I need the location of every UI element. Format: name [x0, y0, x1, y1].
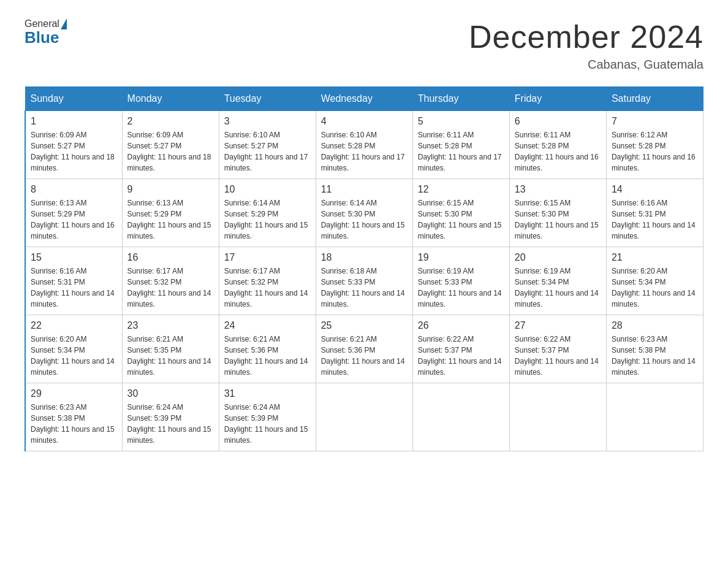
- day-info: Sunrise: 6:11 AMSunset: 5:28 PMDaylight:…: [418, 129, 504, 174]
- day-number: 18: [321, 252, 408, 263]
- calendar-cell: 21 Sunrise: 6:20 AMSunset: 5:34 PMDaylig…: [606, 247, 703, 315]
- calendar-cell: 13 Sunrise: 6:15 AMSunset: 5:30 PMDaylig…: [509, 179, 606, 247]
- day-number: 2: [127, 116, 214, 127]
- day-number: 23: [127, 320, 214, 331]
- calendar-cell: 20 Sunrise: 6:19 AMSunset: 5:34 PMDaylig…: [509, 247, 606, 315]
- calendar-cell: 22 Sunrise: 6:20 AMSunset: 5:34 PMDaylig…: [25, 315, 122, 383]
- calendar-cell: 15 Sunrise: 6:16 AMSunset: 5:31 PMDaylig…: [25, 247, 122, 315]
- calendar-cell: 19 Sunrise: 6:19 AMSunset: 5:33 PMDaylig…: [412, 247, 509, 315]
- day-number: 1: [31, 116, 117, 127]
- day-number: 28: [612, 320, 698, 331]
- day-number: 16: [127, 252, 214, 263]
- calendar-cell: 18 Sunrise: 6:18 AMSunset: 5:33 PMDaylig…: [316, 247, 412, 315]
- day-info: Sunrise: 6:14 AMSunset: 5:29 PMDaylight:…: [224, 197, 311, 242]
- calendar-cell: 10 Sunrise: 6:14 AMSunset: 5:29 PMDaylig…: [219, 179, 316, 247]
- day-info: Sunrise: 6:24 AMSunset: 5:39 PMDaylight:…: [127, 402, 214, 446]
- column-header-tuesday: Tuesday: [219, 87, 316, 111]
- day-number: 7: [612, 116, 698, 127]
- day-info: Sunrise: 6:10 AMSunset: 5:27 PMDaylight:…: [224, 129, 311, 174]
- calendar-cell: [509, 383, 606, 451]
- logo: General Blue: [25, 18, 68, 47]
- logo-blue-text: Blue: [25, 28, 59, 47]
- title-section: December 2024 Cabanas, Guatemala: [469, 18, 703, 72]
- day-number: 22: [31, 320, 117, 331]
- calendar-cell: [412, 383, 509, 451]
- day-info: Sunrise: 6:24 AMSunset: 5:39 PMDaylight:…: [224, 402, 311, 446]
- calendar-cell: 17 Sunrise: 6:17 AMSunset: 5:32 PMDaylig…: [219, 247, 316, 315]
- day-info: Sunrise: 6:13 AMSunset: 5:29 PMDaylight:…: [31, 197, 117, 242]
- day-info: Sunrise: 6:13 AMSunset: 5:29 PMDaylight:…: [127, 197, 214, 242]
- calendar-cell: 11 Sunrise: 6:14 AMSunset: 5:30 PMDaylig…: [316, 179, 412, 247]
- day-info: Sunrise: 6:20 AMSunset: 5:34 PMDaylight:…: [612, 266, 698, 310]
- day-info: Sunrise: 6:19 AMSunset: 5:34 PMDaylight:…: [515, 266, 601, 310]
- calendar-cell: [316, 383, 412, 451]
- day-info: Sunrise: 6:09 AMSunset: 5:27 PMDaylight:…: [127, 129, 214, 174]
- calendar-cell: 3 Sunrise: 6:10 AMSunset: 5:27 PMDayligh…: [219, 111, 316, 179]
- day-number: 25: [321, 320, 408, 331]
- week-row-4: 22 Sunrise: 6:20 AMSunset: 5:34 PMDaylig…: [25, 315, 703, 383]
- day-info: Sunrise: 6:17 AMSunset: 5:32 PMDaylight:…: [224, 266, 311, 310]
- calendar-cell: 16 Sunrise: 6:17 AMSunset: 5:32 PMDaylig…: [122, 247, 219, 315]
- calendar-cell: 12 Sunrise: 6:15 AMSunset: 5:30 PMDaylig…: [412, 179, 509, 247]
- month-title: December 2024: [469, 18, 703, 55]
- day-number: 17: [224, 252, 311, 263]
- day-info: Sunrise: 6:16 AMSunset: 5:31 PMDaylight:…: [31, 266, 117, 310]
- day-number: 14: [612, 184, 698, 195]
- day-number: 27: [515, 320, 601, 331]
- calendar-cell: 1 Sunrise: 6:09 AMSunset: 5:27 PMDayligh…: [25, 111, 122, 179]
- calendar-cell: 6 Sunrise: 6:11 AMSunset: 5:28 PMDayligh…: [509, 111, 606, 179]
- calendar-cell: 29 Sunrise: 6:23 AMSunset: 5:38 PMDaylig…: [25, 383, 122, 451]
- location-label: Cabanas, Guatemala: [469, 58, 703, 72]
- day-number: 13: [515, 184, 601, 195]
- day-info: Sunrise: 6:09 AMSunset: 5:27 PMDaylight:…: [31, 129, 117, 174]
- calendar-cell: 31 Sunrise: 6:24 AMSunset: 5:39 PMDaylig…: [219, 383, 316, 451]
- calendar-cell: 4 Sunrise: 6:10 AMSunset: 5:28 PMDayligh…: [316, 111, 412, 179]
- day-number: 3: [224, 116, 311, 127]
- day-info: Sunrise: 6:23 AMSunset: 5:38 PMDaylight:…: [31, 402, 117, 446]
- column-header-wednesday: Wednesday: [316, 87, 412, 111]
- day-info: Sunrise: 6:22 AMSunset: 5:37 PMDaylight:…: [418, 334, 504, 378]
- calendar-table: SundayMondayTuesdayWednesdayThursdayFrid…: [25, 86, 703, 451]
- day-info: Sunrise: 6:18 AMSunset: 5:33 PMDaylight:…: [321, 266, 408, 310]
- column-header-monday: Monday: [122, 87, 219, 111]
- day-info: Sunrise: 6:14 AMSunset: 5:30 PMDaylight:…: [321, 197, 408, 242]
- day-number: 4: [321, 116, 408, 127]
- calendar-cell: 25 Sunrise: 6:21 AMSunset: 5:36 PMDaylig…: [316, 315, 412, 383]
- day-number: 21: [612, 252, 698, 263]
- calendar-cell: [606, 383, 703, 451]
- page-header: General Blue December 2024 Cabanas, Guat…: [25, 18, 703, 72]
- day-info: Sunrise: 6:23 AMSunset: 5:38 PMDaylight:…: [612, 334, 698, 378]
- week-row-3: 15 Sunrise: 6:16 AMSunset: 5:31 PMDaylig…: [25, 247, 703, 315]
- week-row-1: 1 Sunrise: 6:09 AMSunset: 5:27 PMDayligh…: [25, 111, 703, 179]
- day-info: Sunrise: 6:21 AMSunset: 5:35 PMDaylight:…: [127, 334, 214, 378]
- day-info: Sunrise: 6:15 AMSunset: 5:30 PMDaylight:…: [515, 197, 601, 242]
- day-info: Sunrise: 6:15 AMSunset: 5:30 PMDaylight:…: [418, 197, 504, 242]
- calendar-cell: 24 Sunrise: 6:21 AMSunset: 5:36 PMDaylig…: [219, 315, 316, 383]
- day-number: 31: [224, 388, 311, 399]
- day-number: 6: [515, 116, 601, 127]
- day-number: 24: [224, 320, 311, 331]
- header-row: SundayMondayTuesdayWednesdayThursdayFrid…: [25, 87, 703, 111]
- column-header-thursday: Thursday: [412, 87, 509, 111]
- calendar-cell: 26 Sunrise: 6:22 AMSunset: 5:37 PMDaylig…: [412, 315, 509, 383]
- day-info: Sunrise: 6:22 AMSunset: 5:37 PMDaylight:…: [515, 334, 601, 378]
- day-number: 30: [127, 388, 214, 399]
- day-info: Sunrise: 6:21 AMSunset: 5:36 PMDaylight:…: [224, 334, 311, 378]
- calendar-cell: 14 Sunrise: 6:16 AMSunset: 5:31 PMDaylig…: [606, 179, 703, 247]
- calendar-cell: 8 Sunrise: 6:13 AMSunset: 5:29 PMDayligh…: [25, 179, 122, 247]
- day-number: 26: [418, 320, 504, 331]
- day-info: Sunrise: 6:21 AMSunset: 5:36 PMDaylight:…: [321, 334, 408, 378]
- day-info: Sunrise: 6:11 AMSunset: 5:28 PMDaylight:…: [515, 129, 601, 174]
- day-number: 11: [321, 184, 408, 195]
- day-info: Sunrise: 6:19 AMSunset: 5:33 PMDaylight:…: [418, 266, 504, 310]
- column-header-sunday: Sunday: [25, 87, 122, 111]
- week-row-2: 8 Sunrise: 6:13 AMSunset: 5:29 PMDayligh…: [25, 179, 703, 247]
- calendar-cell: 2 Sunrise: 6:09 AMSunset: 5:27 PMDayligh…: [122, 111, 219, 179]
- calendar-cell: 5 Sunrise: 6:11 AMSunset: 5:28 PMDayligh…: [412, 111, 509, 179]
- day-info: Sunrise: 6:16 AMSunset: 5:31 PMDaylight:…: [612, 197, 698, 242]
- day-number: 10: [224, 184, 311, 195]
- day-number: 19: [418, 252, 504, 263]
- day-number: 5: [418, 116, 504, 127]
- calendar-cell: 7 Sunrise: 6:12 AMSunset: 5:28 PMDayligh…: [606, 111, 703, 179]
- day-number: 15: [31, 252, 117, 263]
